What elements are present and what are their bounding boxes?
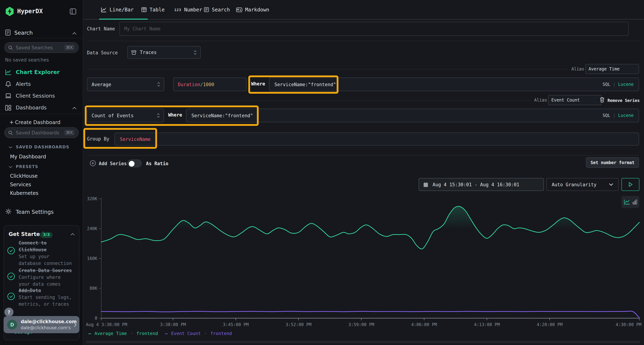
svg-text:320K: 320K xyxy=(87,196,97,201)
saved-searches-placeholder: Saved Searches xyxy=(16,45,64,50)
expr-op: / xyxy=(200,82,203,87)
get-started-badge: 3/3 xyxy=(40,232,53,238)
tab-table[interactable]: Table xyxy=(141,7,164,12)
help-button[interactable]: ? xyxy=(4,308,14,317)
date-range-picker[interactable]: Aug 4 15:30:01 - Aug 4 16:30:01 xyxy=(418,178,544,191)
get-started-item-desc: Start sending logs, metrics, or traces xyxy=(18,294,73,308)
legend-series-name[interactable]: Event Count xyxy=(171,331,201,336)
divider xyxy=(87,69,568,69)
remove-series-button[interactable]: Remove Series xyxy=(608,98,640,103)
chevron-up-icon[interactable] xyxy=(72,107,76,109)
get-started-item-title[interactable]: Create Data Sources xyxy=(18,267,74,274)
chart-name-input[interactable] xyxy=(120,22,628,36)
tab-label: Markdown xyxy=(245,7,269,12)
timeseries-chart[interactable]: 320K240K160K80K0Aug 4 3:30:00 PM3:38:00 … xyxy=(86,195,642,333)
user-menu[interactable]: D dale@clickhouse.com dale@clickhouse.co… xyxy=(4,316,80,333)
aggregation-select[interactable]: Average xyxy=(87,78,164,91)
data-source-select[interactable]: Traces xyxy=(127,46,201,59)
sidebar-item-alerts[interactable]: Alerts xyxy=(16,81,31,87)
app-root: HyperDX Search Saved Searches ⌘K No save… xyxy=(0,0,644,345)
horizontal-scrollbar[interactable] xyxy=(86,341,640,343)
tab-markdown[interactable]: Markdown xyxy=(236,7,269,12)
sql-option[interactable]: SQL xyxy=(603,113,610,118)
sidebar-item-team-settings[interactable]: Team Settings xyxy=(16,209,54,215)
legend-series-name[interactable]: Average Time xyxy=(94,331,127,336)
saved-dashboards-placeholder: Saved Dashboards xyxy=(16,130,64,135)
sidebar-item-kubernetes[interactable]: Kubernetes xyxy=(10,190,38,196)
lucene-option[interactable]: Lucene xyxy=(618,82,634,87)
bell-icon xyxy=(5,81,12,87)
tab-number[interactable]: 123 Number xyxy=(174,7,202,12)
svg-text:4:06:00 PM: 4:06:00 PM xyxy=(411,322,437,327)
aggregation-value: Average xyxy=(92,82,111,87)
legend-dash: — xyxy=(165,331,168,336)
laptop-icon xyxy=(5,93,12,99)
aggregation-select[interactable]: Count of Events xyxy=(87,109,164,122)
markdown-icon xyxy=(236,7,242,12)
get-started-item-title[interactable]: Add Data xyxy=(18,287,74,294)
chart-name-label: Chart Name xyxy=(87,26,115,31)
chevron-right-icon xyxy=(74,323,76,327)
alias-input[interactable]: Average Time xyxy=(585,64,639,74)
saved-dashboards-input[interactable]: Saved Dashboards ⌘K xyxy=(4,127,79,138)
as-ratio-toggle[interactable] xyxy=(127,159,142,167)
query-language-toggle[interactable]: SQL | Lucene xyxy=(603,82,634,87)
where-search-input[interactable]: ServiceName:"frontend" SQL | Lucene xyxy=(186,109,639,122)
get-started-item-title[interactable]: Connect to ClickHouse xyxy=(18,240,73,253)
plus-icon: + xyxy=(9,119,14,125)
sidebar-item-dashboards[interactable]: Dashboards xyxy=(16,105,46,110)
sidebar-item-my-dashboard[interactable]: My Dashboard xyxy=(10,154,46,159)
granularity-select[interactable]: Auto Granularity xyxy=(546,178,618,191)
dashboards-icon xyxy=(5,105,12,111)
lucene-option[interactable]: Lucene xyxy=(618,113,634,118)
query-language-toggle[interactable]: SQL | Lucene xyxy=(603,113,634,118)
create-dashboard-button[interactable]: Create Dashboard xyxy=(15,119,60,125)
expr-field: Duration xyxy=(178,82,200,87)
group-by-value: ServiceName xyxy=(120,136,150,142)
svg-text:0: 0 xyxy=(95,316,97,321)
legend-separator: · xyxy=(204,331,207,336)
svg-text:3:38:00 PM: 3:38:00 PM xyxy=(160,322,186,327)
alias-input[interactable]: Event Count xyxy=(548,95,602,105)
section-presets[interactable]: PRESETS xyxy=(16,164,38,169)
sidebar-item-client-sessions[interactable]: Client Sessions xyxy=(16,93,55,99)
group-by-input[interactable]: ServiceName xyxy=(114,133,639,145)
sidebar-section-search[interactable]: Search xyxy=(14,30,33,36)
run-query-button[interactable] xyxy=(622,178,639,191)
chevron-up-icon[interactable] xyxy=(70,233,75,236)
sidebar-item-chart-explorer[interactable]: Chart Explorer xyxy=(16,69,60,75)
sidebar-item-services[interactable]: Services xyxy=(10,182,31,187)
set-number-format-button[interactable]: Set number format xyxy=(586,157,639,168)
sidebar-item-clickhouse[interactable]: ClickHouse xyxy=(10,173,38,179)
svg-text:160K: 160K xyxy=(87,256,97,261)
chevron-up-icon[interactable] xyxy=(72,32,76,35)
check-circle-icon xyxy=(7,293,15,300)
divider xyxy=(87,41,639,41)
section-saved-dashboards[interactable]: SAVED DASHBOARDS xyxy=(16,144,69,149)
chart-legend: — Average Time · frontend — Event Count … xyxy=(88,330,232,337)
chevron-down-icon[interactable] xyxy=(8,166,12,168)
tab-line-bar[interactable]: Line/Bar xyxy=(101,7,134,12)
legend-series-group[interactable]: frontend xyxy=(210,331,232,336)
add-series-button[interactable]: Add Series xyxy=(99,161,127,166)
app-title: HyperDX xyxy=(17,7,43,15)
svg-text:4:20:00 PM: 4:20:00 PM xyxy=(537,322,562,327)
hyperdx-logo-icon xyxy=(5,6,14,16)
legend-series-group[interactable]: frontend xyxy=(136,331,158,336)
chevron-down-icon[interactable] xyxy=(8,146,12,148)
group-by-label: Group By xyxy=(87,136,109,142)
sql-option[interactable]: SQL xyxy=(603,82,610,87)
saved-searches-input[interactable]: Saved Searches ⌘K xyxy=(4,42,79,53)
search-icon xyxy=(8,45,13,50)
aggregation-value: Count of Events xyxy=(92,113,134,118)
collapse-sidebar-icon[interactable] xyxy=(70,8,76,15)
svg-text:Aug 4 3:30:00 PM: Aug 4 3:30:00 PM xyxy=(86,322,127,327)
tab-search[interactable]: Search xyxy=(204,7,230,12)
no-saved-searches-text: No saved searches xyxy=(5,57,49,62)
value-expression-input[interactable]: Duration/1000 xyxy=(173,78,246,91)
where-search-input[interactable]: ServiceName:"frontend" SQL | Lucene xyxy=(269,78,639,91)
separator: | xyxy=(613,82,616,87)
alias-value: Event Count xyxy=(551,98,580,103)
search-section-icon xyxy=(5,29,11,36)
avatar: D xyxy=(7,320,17,330)
